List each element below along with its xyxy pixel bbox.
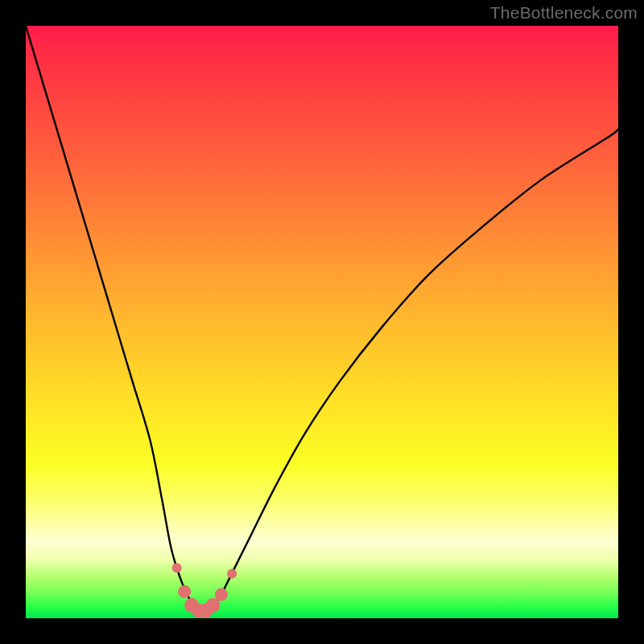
plot-area — [26, 26, 618, 618]
curve-svg — [26, 26, 618, 618]
bottleneck-curve — [26, 26, 618, 612]
fit-marker — [215, 588, 228, 601]
fit-marker — [178, 585, 191, 598]
fit-marker — [172, 563, 182, 572]
fit-marker — [227, 569, 237, 579]
watermark-text: TheBottleneck.com — [490, 3, 638, 23]
fit-marker — [206, 598, 221, 613]
chart-frame: TheBottleneck.com — [0, 0, 644, 644]
fit-markers — [172, 563, 237, 617]
